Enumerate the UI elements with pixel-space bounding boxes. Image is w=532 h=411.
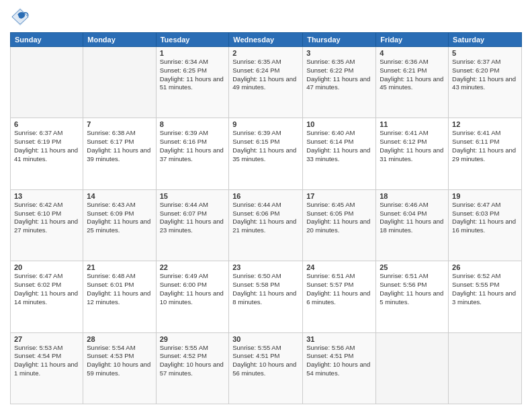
day-info: Sunrise: 6:47 AM Sunset: 6:03 PM Dayligh… bbox=[452, 201, 518, 235]
day-number: 9 bbox=[232, 120, 299, 128]
calendar-cell: 23Sunrise: 6:50 AM Sunset: 5:58 PM Dayli… bbox=[229, 261, 303, 332]
calendar-cell: 15Sunrise: 6:44 AM Sunset: 6:07 PM Dayli… bbox=[156, 189, 229, 261]
day-header-thursday: Thursday bbox=[303, 33, 376, 47]
day-number: 20 bbox=[14, 263, 79, 271]
day-header-friday: Friday bbox=[376, 33, 449, 47]
calendar-cell: 1Sunrise: 6:34 AM Sunset: 6:25 PM Daylig… bbox=[156, 47, 229, 118]
day-number: 23 bbox=[232, 263, 299, 271]
calendar-cell: 2Sunrise: 6:35 AM Sunset: 6:24 PM Daylig… bbox=[229, 47, 303, 118]
day-number: 29 bbox=[160, 335, 226, 343]
week-row-4: 20Sunrise: 6:47 AM Sunset: 6:02 PM Dayli… bbox=[11, 261, 522, 332]
day-info: Sunrise: 6:41 AM Sunset: 6:12 PM Dayligh… bbox=[380, 129, 445, 163]
week-row-1: 1Sunrise: 6:34 AM Sunset: 6:25 PM Daylig… bbox=[11, 47, 522, 118]
day-header-saturday: Saturday bbox=[449, 33, 522, 47]
day-number: 26 bbox=[452, 263, 518, 271]
calendar-cell bbox=[449, 332, 522, 404]
page: SundayMondayTuesdayWednesdayThursdayFrid… bbox=[0, 0, 532, 411]
calendar-cell: 27Sunrise: 5:53 AM Sunset: 4:54 PM Dayli… bbox=[11, 332, 83, 404]
calendar-cell: 17Sunrise: 6:45 AM Sunset: 6:05 PM Dayli… bbox=[303, 189, 376, 261]
day-info: Sunrise: 5:56 AM Sunset: 4:51 PM Dayligh… bbox=[306, 344, 372, 378]
day-info: Sunrise: 6:35 AM Sunset: 6:24 PM Dayligh… bbox=[232, 58, 299, 92]
calendar-cell: 24Sunrise: 6:51 AM Sunset: 5:57 PM Dayli… bbox=[303, 261, 376, 332]
calendar-cell: 19Sunrise: 6:47 AM Sunset: 6:03 PM Dayli… bbox=[449, 189, 522, 261]
day-info: Sunrise: 6:45 AM Sunset: 6:05 PM Dayligh… bbox=[306, 201, 372, 235]
day-info: Sunrise: 6:41 AM Sunset: 6:11 PM Dayligh… bbox=[452, 129, 518, 163]
week-row-3: 13Sunrise: 6:42 AM Sunset: 6:10 PM Dayli… bbox=[11, 189, 522, 261]
day-number: 15 bbox=[160, 192, 226, 200]
calendar-cell: 8Sunrise: 6:39 AM Sunset: 6:16 PM Daylig… bbox=[156, 118, 229, 189]
day-info: Sunrise: 5:55 AM Sunset: 4:51 PM Dayligh… bbox=[232, 344, 299, 378]
calendar-cell: 11Sunrise: 6:41 AM Sunset: 6:12 PM Dayli… bbox=[376, 118, 449, 189]
calendar-cell: 22Sunrise: 6:49 AM Sunset: 6:00 PM Dayli… bbox=[156, 261, 229, 332]
calendar-cell: 10Sunrise: 6:40 AM Sunset: 6:14 PM Dayli… bbox=[303, 118, 376, 189]
day-header-tuesday: Tuesday bbox=[156, 33, 229, 47]
day-number: 1 bbox=[160, 49, 226, 57]
calendar-cell: 5Sunrise: 6:37 AM Sunset: 6:20 PM Daylig… bbox=[449, 47, 522, 118]
day-number: 31 bbox=[306, 335, 372, 343]
calendar-cell: 26Sunrise: 6:52 AM Sunset: 5:55 PM Dayli… bbox=[449, 261, 522, 332]
calendar-cell: 21Sunrise: 6:48 AM Sunset: 6:01 PM Dayli… bbox=[83, 261, 156, 332]
day-number: 25 bbox=[380, 263, 445, 271]
day-number: 5 bbox=[452, 49, 518, 57]
day-number: 17 bbox=[306, 192, 372, 200]
day-info: Sunrise: 6:35 AM Sunset: 6:22 PM Dayligh… bbox=[306, 58, 372, 92]
day-info: Sunrise: 6:37 AM Sunset: 6:19 PM Dayligh… bbox=[14, 129, 79, 163]
day-header-monday: Monday bbox=[83, 33, 156, 47]
day-info: Sunrise: 5:54 AM Sunset: 4:53 PM Dayligh… bbox=[87, 344, 152, 378]
day-info: Sunrise: 6:36 AM Sunset: 6:21 PM Dayligh… bbox=[380, 58, 445, 92]
day-info: Sunrise: 6:37 AM Sunset: 6:20 PM Dayligh… bbox=[452, 58, 518, 92]
day-header-sunday: Sunday bbox=[11, 33, 83, 47]
day-number: 2 bbox=[232, 49, 299, 57]
logo bbox=[10, 7, 34, 27]
day-number: 22 bbox=[160, 263, 226, 271]
day-number: 27 bbox=[14, 335, 79, 343]
day-info: Sunrise: 6:42 AM Sunset: 6:10 PM Dayligh… bbox=[14, 201, 79, 235]
calendar-cell bbox=[376, 332, 449, 404]
day-info: Sunrise: 6:51 AM Sunset: 5:57 PM Dayligh… bbox=[306, 272, 372, 306]
day-number: 11 bbox=[380, 120, 445, 128]
week-row-5: 27Sunrise: 5:53 AM Sunset: 4:54 PM Dayli… bbox=[11, 332, 522, 404]
day-info: Sunrise: 6:39 AM Sunset: 6:16 PM Dayligh… bbox=[160, 129, 226, 163]
day-info: Sunrise: 6:44 AM Sunset: 6:06 PM Dayligh… bbox=[232, 201, 299, 235]
day-info: Sunrise: 6:49 AM Sunset: 6:00 PM Dayligh… bbox=[160, 272, 226, 306]
day-info: Sunrise: 6:52 AM Sunset: 5:55 PM Dayligh… bbox=[452, 272, 518, 306]
day-info: Sunrise: 6:38 AM Sunset: 6:17 PM Dayligh… bbox=[87, 129, 152, 163]
calendar-cell: 12Sunrise: 6:41 AM Sunset: 6:11 PM Dayli… bbox=[449, 118, 522, 189]
calendar-cell: 30Sunrise: 5:55 AM Sunset: 4:51 PM Dayli… bbox=[229, 332, 303, 404]
calendar: SundayMondayTuesdayWednesdayThursdayFrid… bbox=[10, 32, 522, 404]
day-number: 28 bbox=[87, 335, 152, 343]
day-number: 14 bbox=[87, 192, 152, 200]
day-number: 12 bbox=[452, 120, 518, 128]
day-info: Sunrise: 6:46 AM Sunset: 6:04 PM Dayligh… bbox=[380, 201, 445, 235]
calendar-cell bbox=[11, 47, 83, 118]
day-number: 8 bbox=[160, 120, 226, 128]
header bbox=[10, 7, 522, 27]
day-number: 13 bbox=[14, 192, 79, 200]
calendar-cell bbox=[83, 47, 156, 118]
day-number: 16 bbox=[232, 192, 299, 200]
calendar-cell: 18Sunrise: 6:46 AM Sunset: 6:04 PM Dayli… bbox=[376, 189, 449, 261]
day-info: Sunrise: 6:48 AM Sunset: 6:01 PM Dayligh… bbox=[87, 272, 152, 306]
day-info: Sunrise: 6:39 AM Sunset: 6:15 PM Dayligh… bbox=[232, 129, 299, 163]
day-info: Sunrise: 5:55 AM Sunset: 4:52 PM Dayligh… bbox=[160, 344, 226, 378]
calendar-cell: 4Sunrise: 6:36 AM Sunset: 6:21 PM Daylig… bbox=[376, 47, 449, 118]
calendar-cell: 13Sunrise: 6:42 AM Sunset: 6:10 PM Dayli… bbox=[11, 189, 83, 261]
day-number: 19 bbox=[452, 192, 518, 200]
day-info: Sunrise: 6:51 AM Sunset: 5:56 PM Dayligh… bbox=[380, 272, 445, 306]
day-info: Sunrise: 6:44 AM Sunset: 6:07 PM Dayligh… bbox=[160, 201, 226, 235]
day-number: 24 bbox=[306, 263, 372, 271]
calendar-cell: 25Sunrise: 6:51 AM Sunset: 5:56 PM Dayli… bbox=[376, 261, 449, 332]
day-info: Sunrise: 5:53 AM Sunset: 4:54 PM Dayligh… bbox=[14, 344, 79, 378]
day-info: Sunrise: 6:34 AM Sunset: 6:25 PM Dayligh… bbox=[160, 58, 226, 92]
calendar-cell: 28Sunrise: 5:54 AM Sunset: 4:53 PM Dayli… bbox=[83, 332, 156, 404]
calendar-header-row: SundayMondayTuesdayWednesdayThursdayFrid… bbox=[11, 33, 522, 47]
calendar-cell: 3Sunrise: 6:35 AM Sunset: 6:22 PM Daylig… bbox=[303, 47, 376, 118]
day-header-wednesday: Wednesday bbox=[229, 33, 303, 47]
calendar-cell: 31Sunrise: 5:56 AM Sunset: 4:51 PM Dayli… bbox=[303, 332, 376, 404]
day-info: Sunrise: 6:43 AM Sunset: 6:09 PM Dayligh… bbox=[87, 201, 152, 235]
day-number: 7 bbox=[87, 120, 152, 128]
day-number: 30 bbox=[232, 335, 299, 343]
day-info: Sunrise: 6:47 AM Sunset: 6:02 PM Dayligh… bbox=[14, 272, 79, 306]
calendar-cell: 29Sunrise: 5:55 AM Sunset: 4:52 PM Dayli… bbox=[156, 332, 229, 404]
day-number: 18 bbox=[380, 192, 445, 200]
